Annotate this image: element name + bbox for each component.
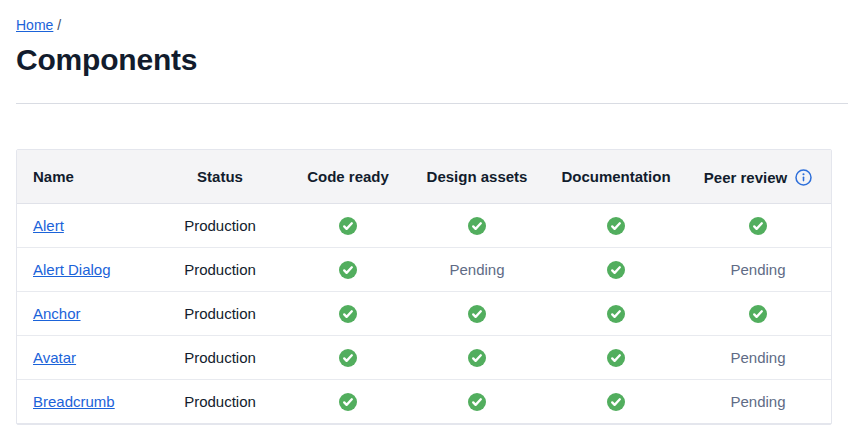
check-circle-icon bbox=[339, 393, 357, 411]
design-assets-cell bbox=[407, 292, 547, 336]
design-assets-cell bbox=[407, 380, 547, 424]
components-table: Name Status Code ready Design assets Doc… bbox=[16, 149, 832, 425]
check-circle-icon bbox=[607, 305, 625, 323]
breadcrumb: Home/ bbox=[16, 16, 848, 34]
design-assets-cell bbox=[407, 336, 547, 380]
code-ready-cell bbox=[289, 292, 407, 336]
table-body: AlertProduction Alert DialogProduction P… bbox=[17, 204, 831, 424]
check-circle-icon bbox=[607, 349, 625, 367]
component-link[interactable]: Alert bbox=[33, 217, 64, 234]
component-name-cell: Breadcrumb bbox=[17, 380, 151, 424]
pending-label: Pending bbox=[730, 261, 785, 278]
info-icon[interactable] bbox=[795, 169, 812, 186]
documentation-cell bbox=[547, 248, 685, 292]
check-circle-icon bbox=[607, 393, 625, 411]
component-name-cell: Alert bbox=[17, 204, 151, 248]
check-circle-icon bbox=[607, 217, 625, 235]
table-header: Name Status Code ready Design assets Doc… bbox=[17, 150, 831, 204]
check-circle-icon bbox=[339, 217, 357, 235]
breadcrumb-home-link[interactable]: Home bbox=[16, 17, 53, 33]
peer-review-cell bbox=[685, 204, 831, 248]
table-row: AvatarProduction Pending bbox=[17, 336, 831, 380]
status-cell: Production bbox=[151, 336, 289, 380]
table-row: Alert DialogProduction Pending Pending bbox=[17, 248, 831, 292]
pending-label: Pending bbox=[449, 261, 504, 278]
design-assets-cell: Pending bbox=[407, 248, 547, 292]
check-circle-icon bbox=[607, 261, 625, 279]
status-cell: Production bbox=[151, 204, 289, 248]
check-circle-icon bbox=[749, 217, 767, 235]
check-circle-icon bbox=[339, 349, 357, 367]
column-header-documentation: Documentation bbox=[547, 150, 685, 204]
documentation-cell bbox=[547, 204, 685, 248]
page: Home/ Components Name Status Code ready … bbox=[0, 0, 848, 425]
page-title: Components bbox=[16, 43, 848, 77]
table-row: AlertProduction bbox=[17, 204, 831, 248]
component-link[interactable]: Breadcrumb bbox=[33, 393, 115, 410]
status-cell: Production bbox=[151, 248, 289, 292]
peer-review-cell: Pending bbox=[685, 248, 831, 292]
check-circle-icon bbox=[468, 217, 486, 235]
column-header-peer-review-label: Peer review bbox=[704, 169, 787, 186]
status-cell: Production bbox=[151, 380, 289, 424]
pending-label: Pending bbox=[730, 349, 785, 366]
component-link[interactable]: Alert Dialog bbox=[33, 261, 111, 278]
code-ready-cell bbox=[289, 336, 407, 380]
component-name-cell: Alert Dialog bbox=[17, 248, 151, 292]
pending-label: Pending bbox=[730, 393, 785, 410]
breadcrumb-separator: / bbox=[57, 17, 61, 33]
check-circle-icon bbox=[468, 305, 486, 323]
column-header-code-ready: Code ready bbox=[289, 150, 407, 204]
table-header-row: Name Status Code ready Design assets Doc… bbox=[17, 150, 831, 204]
column-header-status: Status bbox=[151, 150, 289, 204]
table-row: AnchorProduction bbox=[17, 292, 831, 336]
check-circle-icon bbox=[339, 305, 357, 323]
documentation-cell bbox=[547, 336, 685, 380]
design-assets-cell bbox=[407, 204, 547, 248]
code-ready-cell bbox=[289, 204, 407, 248]
peer-review-cell: Pending bbox=[685, 380, 831, 424]
component-link[interactable]: Avatar bbox=[33, 349, 76, 366]
column-header-design-assets: Design assets bbox=[407, 150, 547, 204]
code-ready-cell bbox=[289, 380, 407, 424]
code-ready-cell bbox=[289, 248, 407, 292]
component-name-cell: Avatar bbox=[17, 336, 151, 380]
check-circle-icon bbox=[749, 305, 767, 323]
check-circle-icon bbox=[468, 393, 486, 411]
peer-review-cell bbox=[685, 292, 831, 336]
check-circle-icon bbox=[339, 261, 357, 279]
documentation-cell bbox=[547, 380, 685, 424]
column-header-peer-review: Peer review bbox=[685, 150, 831, 204]
component-link[interactable]: Anchor bbox=[33, 305, 81, 322]
status-cell: Production bbox=[151, 292, 289, 336]
documentation-cell bbox=[547, 292, 685, 336]
check-circle-icon bbox=[468, 349, 486, 367]
component-name-cell: Anchor bbox=[17, 292, 151, 336]
peer-review-cell: Pending bbox=[685, 336, 831, 380]
divider bbox=[16, 103, 848, 104]
table-row: BreadcrumbProduction Pending bbox=[17, 380, 831, 424]
column-header-name: Name bbox=[17, 150, 151, 204]
